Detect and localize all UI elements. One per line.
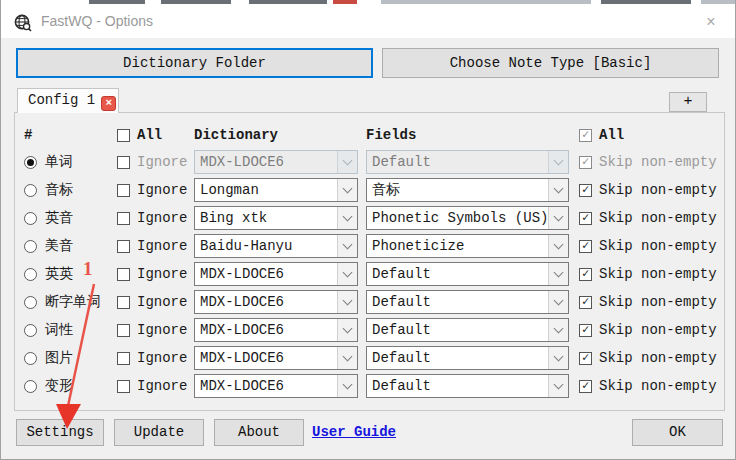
row-radio[interactable] xyxy=(24,380,37,393)
row-label: 词性 xyxy=(45,321,73,339)
window-title: FastWQ - Options xyxy=(41,13,153,29)
chevron-down-icon xyxy=(337,179,357,201)
chevron-down-icon xyxy=(548,319,568,341)
tab-config-1[interactable]: Config 1× xyxy=(17,88,119,113)
ignore-checkbox[interactable] xyxy=(117,184,130,197)
skip-non-empty-label: Skip non-empty xyxy=(599,238,717,254)
chevron-down-icon xyxy=(548,375,568,397)
dictionary-select[interactable]: Longman xyxy=(194,178,358,202)
ignore-label: Ignore xyxy=(137,154,187,170)
ok-button[interactable]: OK xyxy=(632,419,723,446)
field-value: 音标 xyxy=(372,182,400,198)
dictionary-select[interactable]: MDX-LDOCE6 xyxy=(194,374,358,398)
fields-select[interactable]: Default xyxy=(366,290,569,314)
skip-non-empty-checkbox[interactable]: ✓ xyxy=(579,296,592,309)
ignore-checkbox[interactable] xyxy=(117,324,130,337)
dictionary-value: Baidu-Hanyu xyxy=(200,238,292,254)
user-guide-link[interactable]: User Guide xyxy=(312,424,396,440)
ignore-checkbox[interactable] xyxy=(117,268,130,281)
chevron-down-icon xyxy=(548,179,568,201)
row-label: 音标 xyxy=(45,181,73,199)
chevron-down-icon xyxy=(548,151,568,173)
title-bar: FastWQ - Options × xyxy=(1,4,735,38)
row-radio[interactable] xyxy=(24,268,37,281)
skip-non-empty-checkbox[interactable]: ✓ xyxy=(579,268,592,281)
table-row: 美音 Ignore Baidu-Hanyu Phoneticize ✓ Skip… xyxy=(15,232,724,260)
ignore-checkbox[interactable] xyxy=(117,156,130,169)
chevron-down-icon xyxy=(337,207,357,229)
column-header-all-right: All xyxy=(599,127,624,143)
skip-non-empty-checkbox[interactable]: ✓ xyxy=(579,324,592,337)
add-tab-button[interactable]: + xyxy=(669,92,707,112)
ignore-checkbox[interactable] xyxy=(117,212,130,225)
skip-non-empty-label: Skip non-empty xyxy=(599,378,717,394)
ignore-label: Ignore xyxy=(137,378,187,394)
tab-close-icon[interactable]: × xyxy=(101,96,116,111)
skip-non-empty-label: Skip non-empty xyxy=(599,322,717,338)
all-skip-checkbox[interactable]: ✓ xyxy=(579,129,592,142)
table-row: 音标 Ignore Longman 音标 ✓ Skip non-empty xyxy=(15,176,724,204)
row-radio[interactable] xyxy=(24,212,37,225)
chevron-down-icon xyxy=(548,207,568,229)
ignore-checkbox[interactable] xyxy=(117,240,130,253)
fields-select[interactable]: Phoneticize xyxy=(366,234,569,258)
dictionary-value: MDX-LDOCE6 xyxy=(200,350,284,366)
dictionary-select[interactable]: Bing xtk xyxy=(194,206,358,230)
chevron-down-icon xyxy=(337,235,357,257)
config-pane: # All Dictionary Fields ✓ All 单词 Ignore xyxy=(14,112,725,411)
skip-non-empty-checkbox[interactable]: ✓ xyxy=(579,156,592,169)
choose-note-type-button[interactable]: Choose Note Type [Basic] xyxy=(382,48,719,78)
dictionary-select[interactable]: Baidu-Hanyu xyxy=(194,234,358,258)
close-icon[interactable]: × xyxy=(699,11,723,33)
skip-non-empty-checkbox[interactable]: ✓ xyxy=(579,184,592,197)
skip-non-empty-label: Skip non-empty xyxy=(599,294,717,310)
skip-non-empty-checkbox[interactable]: ✓ xyxy=(579,352,592,365)
skip-non-empty-checkbox[interactable]: ✓ xyxy=(579,212,592,225)
chevron-down-icon xyxy=(337,291,357,313)
chevron-down-icon xyxy=(337,319,357,341)
row-radio[interactable] xyxy=(24,352,37,365)
row-radio[interactable] xyxy=(24,324,37,337)
settings-button[interactable]: Settings xyxy=(16,419,104,446)
dictionary-select[interactable]: MDX-LDOCE6 xyxy=(194,262,358,286)
ignore-checkbox[interactable] xyxy=(117,352,130,365)
dictionary-select[interactable]: MDX-LDOCE6 xyxy=(194,346,358,370)
field-value: Default xyxy=(372,266,431,282)
skip-non-empty-checkbox[interactable]: ✓ xyxy=(579,380,592,393)
chevron-down-icon xyxy=(337,263,357,285)
ignore-checkbox[interactable] xyxy=(117,380,130,393)
fields-select[interactable]: Phonetic Symbols (US) xyxy=(366,206,569,230)
dictionary-select[interactable]: MDX-LDOCE6 xyxy=(194,150,358,174)
about-button[interactable]: About xyxy=(214,419,304,446)
skip-non-empty-label: Skip non-empty xyxy=(599,266,717,282)
fields-select[interactable]: Default xyxy=(366,374,569,398)
skip-non-empty-checkbox[interactable]: ✓ xyxy=(579,240,592,253)
dictionary-folder-button[interactable]: Dictionary Folder xyxy=(16,48,373,78)
ignore-checkbox[interactable] xyxy=(117,296,130,309)
field-value: Default xyxy=(372,154,431,170)
update-button[interactable]: Update xyxy=(114,419,204,446)
row-radio[interactable] xyxy=(24,184,37,197)
chevron-down-icon xyxy=(337,375,357,397)
row-radio[interactable] xyxy=(24,156,37,169)
dictionary-select[interactable]: MDX-LDOCE6 xyxy=(194,290,358,314)
row-label: 英音 xyxy=(45,209,73,227)
ignore-label: Ignore xyxy=(137,182,187,198)
fields-select[interactable]: Default xyxy=(366,318,569,342)
field-value: Phoneticize xyxy=(372,238,464,254)
row-label: 单词 xyxy=(45,153,73,171)
table-header-row: # All Dictionary Fields ✓ All xyxy=(15,122,724,148)
fields-select[interactable]: Default xyxy=(366,346,569,370)
all-ignore-checkbox[interactable] xyxy=(117,129,130,142)
row-radio[interactable] xyxy=(24,240,37,253)
options-dialog: FastWQ - Options × Dictionary Folder Cho… xyxy=(0,0,736,460)
fields-select[interactable]: Default xyxy=(366,262,569,286)
column-header-fields: Fields xyxy=(366,127,579,143)
table-row: 图片 Ignore MDX-LDOCE6 Default ✓ Skip non-… xyxy=(15,344,724,372)
row-label: 断字单词 xyxy=(45,293,101,311)
dictionary-select[interactable]: MDX-LDOCE6 xyxy=(194,318,358,342)
row-radio[interactable] xyxy=(24,296,37,309)
fields-select[interactable]: 音标 xyxy=(366,178,569,202)
fields-select[interactable]: Default xyxy=(366,150,569,174)
fastwq-globe-icon xyxy=(14,14,32,32)
